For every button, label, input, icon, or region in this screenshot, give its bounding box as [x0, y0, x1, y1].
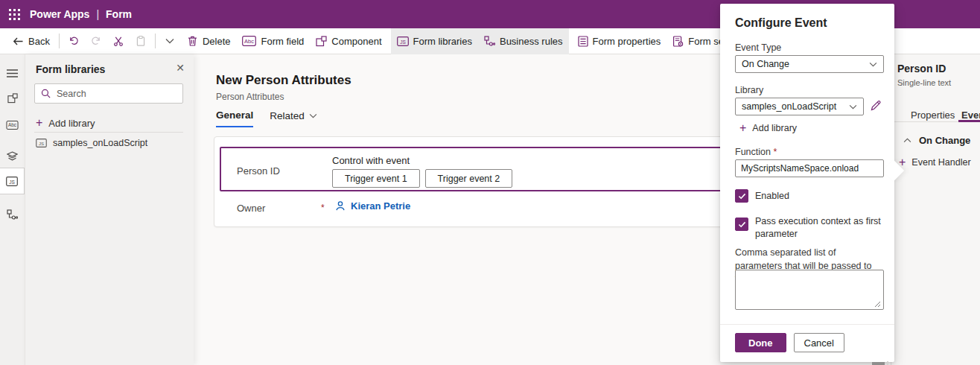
redo-icon — [91, 35, 101, 47]
required-marker: * — [321, 203, 325, 213]
clipboard-options-chevron[interactable] — [159, 28, 181, 54]
form-field-button[interactable]: Abc Form field — [236, 28, 310, 54]
rail-item-business-rules[interactable] — [0, 203, 25, 226]
pass-context-checkbox-row[interactable]: Pass execution context as first paramete… — [735, 215, 881, 241]
component-icon — [7, 93, 18, 104]
cancel-button[interactable]: Cancel — [794, 333, 844, 352]
scrollbar-divider — [887, 361, 888, 365]
selected-field-type: Single-line text — [897, 78, 951, 87]
pencil-icon — [870, 99, 882, 112]
event-type-dropdown[interactable]: On Change — [735, 55, 884, 73]
form-libraries-button[interactable]: JS Form libraries — [391, 28, 478, 54]
business-rules-icon — [7, 209, 18, 220]
owner-value[interactable]: Kieran Petrie — [335, 200, 410, 212]
add-event-handler-button[interactable]: + Event Handler — [899, 156, 971, 168]
function-label: Function * — [735, 147, 777, 157]
svg-text:Abc: Abc — [8, 122, 17, 127]
trash-icon — [187, 35, 198, 47]
delete-button[interactable]: Delete — [181, 28, 237, 54]
rail-item-components[interactable] — [0, 87, 25, 110]
configure-event-dialog: Configure Event Event Type On Change Lib… — [720, 4, 894, 362]
undo-button[interactable] — [63, 28, 85, 54]
dialog-title: Configure Event — [735, 16, 827, 30]
business-rules-button[interactable]: Business rules — [478, 28, 569, 54]
dialog-footer-divider — [720, 324, 894, 325]
control-label: Control with event — [332, 155, 410, 166]
back-arrow-icon — [12, 36, 24, 47]
chevron-up-icon — [903, 138, 911, 143]
done-button[interactable]: Done — [735, 333, 786, 352]
clipboard-icon — [136, 35, 146, 47]
component-icon — [316, 36, 327, 47]
search-box[interactable] — [34, 83, 183, 104]
form-subtitle: Person Attributes — [216, 92, 284, 102]
page-title: Form — [106, 8, 132, 20]
redo-button[interactable] — [85, 28, 107, 54]
js-library-icon: JS — [6, 177, 18, 186]
close-icon[interactable]: ✕ — [176, 62, 185, 74]
js-library-icon: JS — [36, 139, 47, 147]
svg-text:Abc: Abc — [245, 38, 255, 45]
field-label: Owner — [237, 203, 265, 214]
toolbar-divider — [155, 34, 156, 48]
hamburger-icon — [7, 69, 18, 77]
required-marker: * — [773, 147, 777, 157]
function-input[interactable] — [735, 159, 884, 177]
title-separator: | — [96, 8, 99, 20]
svg-text:JS: JS — [39, 142, 44, 146]
checkbox-checked-icon[interactable] — [735, 218, 748, 231]
form-title: New Person Attributes — [216, 73, 351, 88]
back-button[interactable]: Back — [6, 28, 56, 54]
field-label: Person ID — [237, 165, 280, 177]
library-label: Library — [735, 85, 763, 95]
field-properties-panel: Person ID Single-line text Properties Ev… — [891, 54, 980, 365]
app-title[interactable]: Power Apps — [30, 8, 89, 20]
form-properties-button[interactable]: Form properties — [572, 28, 667, 54]
library-dropdown[interactable]: samples_onLoadScript — [735, 98, 864, 115]
panel-divider — [34, 132, 183, 133]
trigger-event-2-button[interactable]: Trigger event 2 — [425, 169, 513, 188]
undo-icon — [69, 35, 79, 47]
event-type-label: Event Type — [735, 42, 781, 53]
js-library-icon: JS — [397, 36, 409, 46]
search-input[interactable] — [57, 89, 176, 99]
tab-general[interactable]: General — [216, 110, 253, 127]
search-icon — [41, 89, 51, 98]
chevron-down-icon — [165, 38, 174, 44]
menu-toggle[interactable] — [0, 62, 25, 84]
waffle-icon[interactable] — [0, 0, 28, 28]
navigation-rail: Abc JS — [0, 54, 25, 365]
checkbox-checked-icon[interactable] — [735, 189, 748, 203]
on-change-section-header[interactable]: On Change — [903, 135, 970, 146]
tab-events[interactable]: Events — [961, 110, 980, 121]
selected-field-title: Person ID — [897, 63, 946, 74]
layers-icon — [7, 151, 18, 162]
edit-library-button[interactable] — [870, 99, 882, 112]
abc-field-icon: Abc — [6, 121, 19, 130]
parameters-textarea[interactable] — [735, 270, 884, 310]
active-command-group: JS Form libraries Business rules — [391, 28, 569, 54]
form-tabs: General Related — [216, 110, 317, 127]
form-properties-icon — [578, 36, 588, 47]
panel-title: Form libraries — [36, 63, 105, 75]
enabled-checkbox-row[interactable]: Enabled — [735, 189, 881, 203]
rail-item-tree-view[interactable] — [0, 145, 25, 168]
library-name: samples_onLoadScript — [53, 138, 147, 148]
component-button[interactable]: Component — [310, 28, 387, 54]
tab-related[interactable]: Related — [270, 110, 317, 127]
toolbar-divider — [59, 34, 60, 48]
rail-item-fields[interactable]: Abc — [0, 114, 25, 136]
library-list-item[interactable]: JS samples_onLoadScript — [36, 138, 147, 148]
paste-button[interactable] — [130, 28, 152, 54]
horizontal-scrollbar-thumb[interactable] — [872, 362, 885, 365]
dialog-add-library-button[interactable]: + Add library — [739, 122, 797, 134]
svg-text:JS: JS — [9, 179, 15, 184]
cut-button[interactable] — [107, 28, 130, 54]
scissors-icon — [113, 36, 124, 47]
tab-properties[interactable]: Properties — [911, 110, 955, 121]
rail-item-form-libraries[interactable]: JS — [0, 168, 25, 194]
trigger-event-1-button[interactable]: Trigger event 1 — [332, 169, 420, 188]
add-library-button[interactable]: + Add library — [36, 117, 95, 129]
chevron-down-icon — [309, 113, 317, 118]
form-settings-icon — [672, 36, 684, 47]
